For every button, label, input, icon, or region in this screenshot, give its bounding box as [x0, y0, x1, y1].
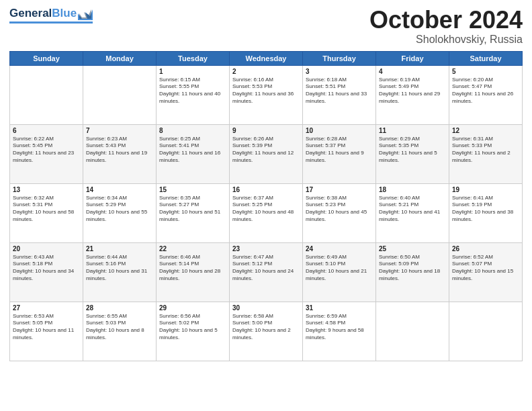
sunset-text: Sunset: 5:51 PM [306, 83, 373, 91]
sunrise-text: Sunrise: 6:43 AM [13, 254, 80, 261]
col-saturday: Saturday [449, 51, 523, 65]
sunrise-text: Sunrise: 6:58 AM [232, 313, 300, 320]
day-info: Sunrise: 6:15 AMSunset: 5:55 PMDaylight:… [159, 77, 226, 105]
day-number: 23 [232, 245, 300, 253]
sunrise-text: Sunrise: 6:23 AM [86, 136, 153, 143]
day-number: 19 [452, 186, 519, 193]
day-info: Sunrise: 6:49 AMSunset: 5:10 PMDaylight:… [306, 254, 373, 283]
sunrise-text: Sunrise: 6:46 AM [159, 254, 226, 261]
table-row: 25Sunrise: 6:50 AMSunset: 5:09 PMDayligh… [376, 242, 449, 302]
sunrise-text: Sunrise: 6:52 AM [452, 254, 519, 261]
table-row: 19Sunrise: 6:41 AMSunset: 5:19 PMDayligh… [449, 183, 523, 242]
sunrise-text: Sunrise: 6:34 AM [86, 195, 153, 202]
day-number: 28 [86, 304, 153, 312]
daylight-text: Daylight: 10 hours and 21 minutes. [306, 268, 373, 283]
day-number: 15 [159, 186, 226, 193]
day-number: 26 [452, 245, 519, 253]
calendar-week-4: 20Sunrise: 6:43 AMSunset: 5:18 PMDayligh… [10, 242, 523, 302]
day-number: 4 [379, 68, 446, 75]
day-info: Sunrise: 6:43 AMSunset: 5:18 PMDaylight:… [13, 254, 80, 283]
calendar-week-3: 13Sunrise: 6:32 AMSunset: 5:31 PMDayligh… [10, 183, 523, 242]
sunset-text: Sunset: 5:07 PM [452, 261, 519, 268]
daylight-text: Daylight: 9 hours and 58 minutes. [306, 327, 373, 342]
sunrise-text: Sunrise: 6:28 AM [306, 136, 373, 143]
sunset-text: Sunset: 5:43 PM [86, 142, 153, 150]
table-row: 4Sunrise: 6:19 AMSunset: 5:49 PMDaylight… [376, 65, 449, 124]
day-info: Sunrise: 6:35 AMSunset: 5:27 PMDaylight:… [159, 195, 226, 224]
day-info: Sunrise: 6:53 AMSunset: 5:05 PMDaylight:… [13, 313, 80, 342]
sunset-text: Sunset: 5:53 PM [232, 83, 300, 91]
day-info: Sunrise: 6:23 AMSunset: 5:43 PMDaylight:… [86, 136, 153, 165]
day-number: 21 [86, 245, 153, 253]
table-row: 14Sunrise: 6:34 AMSunset: 5:29 PMDayligh… [83, 183, 157, 242]
sunrise-text: Sunrise: 6:56 AM [159, 313, 226, 320]
day-info: Sunrise: 6:25 AMSunset: 5:41 PMDaylight:… [159, 136, 226, 165]
sunset-text: Sunset: 5:18 PM [13, 261, 80, 268]
day-info: Sunrise: 6:44 AMSunset: 5:16 PMDaylight:… [86, 254, 153, 283]
col-wednesday: Wednesday [230, 51, 303, 65]
daylight-text: Daylight: 10 hours and 55 minutes. [86, 209, 153, 224]
table-row [10, 65, 83, 124]
header-row: Sunday Monday Tuesday Wednesday Thursday… [10, 51, 523, 65]
day-number: 16 [232, 186, 300, 193]
calendar-week-2: 6Sunrise: 6:22 AMSunset: 5:45 PMDaylight… [10, 124, 523, 183]
day-info: Sunrise: 6:31 AMSunset: 5:33 PMDaylight:… [452, 136, 519, 165]
sunset-text: Sunset: 5:39 PM [232, 142, 300, 150]
daylight-text: Daylight: 11 hours and 9 minutes. [306, 150, 373, 165]
calendar-title: October 2024 [369, 7, 523, 34]
calendar-table: Sunday Monday Tuesday Wednesday Thursday… [9, 51, 523, 361]
sunset-text: Sunset: 5:05 PM [13, 320, 80, 327]
sunrise-text: Sunrise: 6:37 AM [232, 195, 300, 202]
daylight-text: Daylight: 11 hours and 40 minutes. [159, 91, 226, 105]
table-row [376, 302, 449, 361]
col-tuesday: Tuesday [157, 51, 230, 65]
table-row: 17Sunrise: 6:38 AMSunset: 5:23 PMDayligh… [303, 183, 376, 242]
day-number: 3 [306, 68, 373, 75]
day-number: 1 [159, 68, 226, 75]
sunrise-text: Sunrise: 6:44 AM [86, 254, 153, 261]
daylight-text: Daylight: 10 hours and 41 minutes. [379, 209, 446, 224]
day-number: 30 [232, 304, 300, 312]
sunset-text: Sunset: 5:35 PM [379, 142, 446, 150]
day-number: 27 [13, 304, 80, 312]
day-info: Sunrise: 6:40 AMSunset: 5:21 PMDaylight:… [379, 195, 446, 224]
calendar-subtitle: Sholokhovskiy, Russia [369, 34, 523, 46]
sunset-text: Sunset: 5:37 PM [306, 142, 373, 150]
table-row: 26Sunrise: 6:52 AMSunset: 5:07 PMDayligh… [449, 242, 523, 302]
col-friday: Friday [376, 51, 449, 65]
daylight-text: Daylight: 11 hours and 16 minutes. [159, 150, 226, 165]
daylight-text: Daylight: 10 hours and 58 minutes. [13, 209, 80, 224]
sunset-text: Sunset: 5:29 PM [86, 201, 153, 209]
day-info: Sunrise: 6:16 AMSunset: 5:53 PMDaylight:… [232, 77, 300, 105]
table-row: 11Sunrise: 6:29 AMSunset: 5:35 PMDayligh… [376, 124, 449, 183]
daylight-text: Daylight: 10 hours and 51 minutes. [159, 209, 226, 224]
sunset-text: Sunset: 5:16 PM [86, 261, 153, 268]
table-row: 13Sunrise: 6:32 AMSunset: 5:31 PMDayligh… [10, 183, 83, 242]
sunset-text: Sunset: 5:10 PM [306, 261, 373, 268]
sunrise-text: Sunrise: 6:38 AM [306, 195, 373, 202]
day-info: Sunrise: 6:37 AMSunset: 5:25 PMDaylight:… [232, 195, 300, 224]
sunrise-text: Sunrise: 6:41 AM [452, 195, 519, 202]
sunrise-text: Sunrise: 6:40 AM [379, 195, 446, 202]
table-row: 1Sunrise: 6:15 AMSunset: 5:55 PMDaylight… [157, 65, 230, 124]
day-info: Sunrise: 6:34 AMSunset: 5:29 PMDaylight:… [86, 195, 153, 224]
logo-icon [78, 7, 93, 20]
sunrise-text: Sunrise: 6:25 AM [159, 136, 226, 143]
day-number: 24 [306, 245, 373, 253]
day-number: 17 [306, 186, 373, 193]
day-number: 11 [379, 127, 446, 134]
day-info: Sunrise: 6:38 AMSunset: 5:23 PMDaylight:… [306, 195, 373, 224]
sunset-text: Sunset: 5:12 PM [232, 261, 300, 268]
table-row: 22Sunrise: 6:46 AMSunset: 5:14 PMDayligh… [157, 242, 230, 302]
day-number: 22 [159, 245, 226, 253]
sunset-text: Sunset: 5:41 PM [159, 142, 226, 150]
page: General Blue October 2024 Sholokhovskiy,… [0, 0, 532, 411]
table-row: 16Sunrise: 6:37 AMSunset: 5:25 PMDayligh… [230, 183, 303, 242]
daylight-text: Daylight: 11 hours and 23 minutes. [13, 150, 80, 165]
table-row: 21Sunrise: 6:44 AMSunset: 5:16 PMDayligh… [83, 242, 157, 302]
sunrise-text: Sunrise: 6:59 AM [306, 313, 373, 320]
daylight-text: Daylight: 10 hours and 48 minutes. [232, 209, 300, 224]
daylight-text: Daylight: 11 hours and 36 minutes. [232, 91, 300, 105]
table-row: 20Sunrise: 6:43 AMSunset: 5:18 PMDayligh… [10, 242, 83, 302]
daylight-text: Daylight: 10 hours and 8 minutes. [86, 327, 153, 342]
